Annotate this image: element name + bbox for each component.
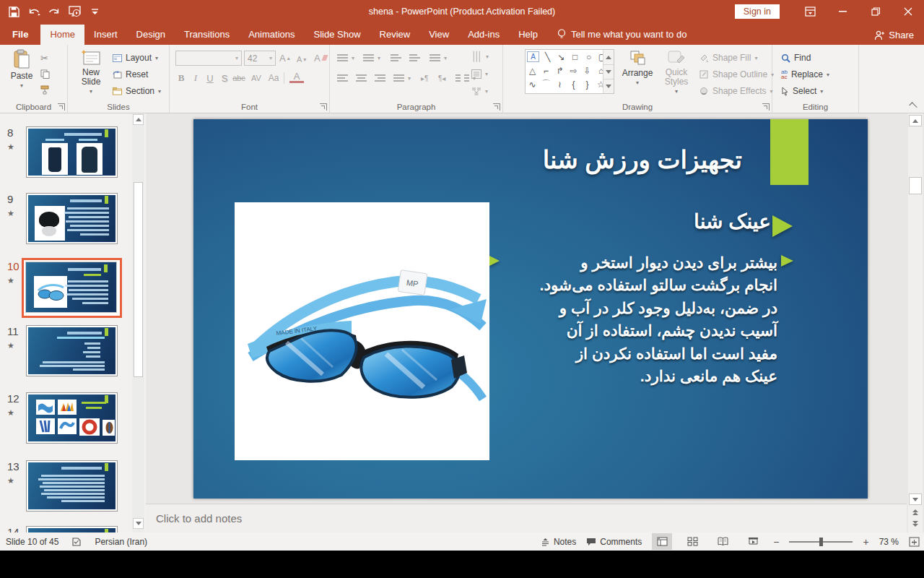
notes-toggle-button[interactable]: Notes bbox=[541, 537, 576, 547]
slide-thumbnail-9[interactable] bbox=[26, 193, 118, 244]
italic-button[interactable]: I bbox=[188, 71, 203, 85]
shape-outline-button[interactable]: Shape Outline▾ bbox=[699, 67, 774, 82]
shape-right-brace-icon[interactable]: } bbox=[580, 77, 594, 91]
restore-button[interactable] bbox=[859, 0, 892, 23]
text-shadow-button[interactable]: S bbox=[217, 71, 232, 85]
thumb-scroll-down-button[interactable] bbox=[133, 518, 144, 529]
scroll-down-button[interactable] bbox=[909, 493, 922, 505]
qat-customize-button[interactable] bbox=[88, 5, 101, 18]
tab-view[interactable]: View bbox=[419, 25, 458, 45]
scroll-up-button[interactable] bbox=[909, 115, 922, 126]
fit-slide-to-window-button[interactable] bbox=[909, 537, 920, 547]
change-case-button[interactable]: Aa bbox=[266, 71, 281, 85]
font-color-button[interactable]: A bbox=[289, 71, 304, 83]
shape-effects-button[interactable]: Shape Effects▾ bbox=[699, 84, 773, 98]
shape-left-brace-icon[interactable]: { bbox=[567, 77, 580, 91]
shapes-scroll-up-button[interactable] bbox=[603, 50, 614, 64]
slide-thumbnail-14[interactable] bbox=[26, 526, 118, 532]
slide-thumbnail-8[interactable] bbox=[26, 126, 118, 178]
line-spacing-button[interactable]: ▾ bbox=[430, 51, 447, 65]
tab-home[interactable]: Home bbox=[40, 25, 84, 45]
view-normal-button[interactable] bbox=[652, 533, 672, 550]
view-slide-sorter-button[interactable] bbox=[682, 533, 702, 550]
comments-toggle-button[interactable]: Comments bbox=[586, 537, 642, 547]
shape-elbow-connector-icon[interactable]: ⌐ bbox=[539, 64, 553, 77]
columns-button[interactable]: ▾ bbox=[456, 71, 476, 85]
bold-button[interactable]: B bbox=[174, 71, 188, 85]
copy-button[interactable] bbox=[40, 66, 50, 81]
font-name-combo[interactable]: ▾ bbox=[175, 51, 242, 66]
grow-font-button[interactable]: A▴ bbox=[279, 51, 290, 65]
slide-thumbnail-11[interactable] bbox=[26, 325, 118, 376]
layout-button[interactable]: Layout▾ bbox=[113, 51, 158, 65]
slide-thumbnail-10-selected[interactable] bbox=[22, 258, 122, 318]
zoom-slider[interactable] bbox=[789, 541, 853, 543]
notes-pane[interactable]: Click to add notes bbox=[146, 504, 907, 532]
slide-title[interactable]: تجهیزات ورزش شنا bbox=[543, 145, 742, 174]
increase-indent-button[interactable] bbox=[409, 51, 420, 65]
undo-button[interactable] bbox=[27, 5, 40, 18]
clipboard-dialog-launcher[interactable] bbox=[58, 103, 65, 111]
redo-button[interactable] bbox=[48, 5, 61, 18]
strikethrough-button[interactable]: abc bbox=[232, 71, 246, 85]
align-right-button[interactable] bbox=[375, 71, 385, 85]
slide-canvas[interactable]: تجهیزات ورزش شنا عینک شنا بیشتر برای دید… bbox=[193, 119, 868, 499]
share-button[interactable]: Share bbox=[874, 30, 914, 40]
tab-slideshow[interactable]: Slide Show bbox=[305, 25, 370, 45]
slide-thumbnail-13[interactable] bbox=[26, 460, 118, 512]
next-slide-button[interactable] bbox=[909, 518, 922, 530]
shape-fill-button[interactable]: Shape Fill▾ bbox=[699, 51, 757, 65]
text-direction-button[interactable]: ▾ bbox=[471, 49, 489, 64]
thumbnail-scrollbar[interactable] bbox=[132, 113, 144, 532]
tab-design[interactable]: Design bbox=[127, 25, 175, 45]
sign-in-button[interactable]: Sign in bbox=[735, 4, 780, 19]
shape-oval-icon[interactable]: ○ bbox=[582, 50, 596, 64]
convert-smartart-button[interactable]: ▾ bbox=[471, 84, 488, 98]
shape-triangle-icon[interactable]: △ bbox=[526, 64, 539, 77]
paragraph-dialog-launcher[interactable] bbox=[493, 103, 500, 111]
collapse-ribbon-button[interactable] bbox=[910, 104, 917, 108]
new-slide-button[interactable]: New Slide ▾ bbox=[75, 49, 107, 96]
view-reading-button[interactable] bbox=[712, 533, 733, 550]
reset-button[interactable]: Reset bbox=[113, 67, 148, 82]
numbering-button[interactable]: ▾ bbox=[363, 51, 380, 65]
replace-button[interactable]: abac Replace▾ bbox=[781, 67, 829, 82]
notes-placeholder[interactable]: Click to add notes bbox=[156, 512, 242, 525]
slide-body-text[interactable]: بیشتر برای دیدن دیوار استخر و انجام برگش… bbox=[539, 252, 777, 388]
tell-me-box[interactable]: Tell me what you want to do bbox=[557, 29, 687, 45]
tab-animations[interactable]: Animations bbox=[239, 25, 304, 45]
language-indicator[interactable]: Persian (Iran) bbox=[95, 537, 147, 547]
tab-help[interactable]: Help bbox=[509, 25, 547, 45]
align-center-button[interactable] bbox=[356, 71, 367, 85]
slide-heading[interactable]: عینک شنا bbox=[694, 210, 771, 233]
shape-down-arrow-icon[interactable]: ⇩ bbox=[580, 64, 594, 77]
slide-counter[interactable]: Slide 10 of 45 bbox=[6, 537, 58, 547]
ribbon-display-options-button[interactable] bbox=[794, 0, 827, 23]
tab-file[interactable]: File bbox=[0, 25, 40, 45]
shape-elbow-arrow-icon[interactable]: ↱ bbox=[553, 64, 567, 77]
format-painter-button[interactable] bbox=[40, 82, 50, 97]
goggles-image[interactable]: MADE IN ITALY MP bbox=[235, 202, 489, 460]
clear-formatting-button[interactable]: A bbox=[314, 51, 327, 65]
shape-textbox-icon[interactable]: A bbox=[527, 51, 539, 62]
shape-rectangle-icon[interactable]: □ bbox=[568, 50, 582, 64]
ltr-paragraph-button[interactable]: ▸¶ bbox=[421, 71, 428, 85]
bullets-button[interactable]: ▾ bbox=[337, 51, 354, 65]
rtl-paragraph-button[interactable]: ¶◂ bbox=[438, 71, 445, 85]
scrollbar-handle[interactable] bbox=[909, 177, 922, 194]
underline-button[interactable]: U bbox=[203, 71, 217, 85]
section-button[interactable]: Section▾ bbox=[113, 84, 161, 98]
tab-addins[interactable]: Add-ins bbox=[458, 25, 509, 45]
shape-freeform-icon[interactable]: ∿ bbox=[526, 77, 539, 91]
view-slideshow-button[interactable] bbox=[743, 533, 763, 550]
zoom-in-button[interactable]: + bbox=[863, 536, 868, 548]
tab-transitions[interactable]: Transitions bbox=[175, 25, 239, 45]
drawing-dialog-launcher[interactable] bbox=[762, 103, 770, 111]
zoom-slider-handle[interactable] bbox=[819, 538, 823, 546]
slide-thumbnail-12[interactable] bbox=[26, 392, 118, 444]
shape-arrow-icon[interactable]: ↘ bbox=[554, 50, 568, 64]
previous-slide-button[interactable] bbox=[909, 506, 922, 518]
close-button[interactable] bbox=[892, 0, 924, 23]
tab-insert[interactable]: Insert bbox=[84, 25, 127, 45]
font-size-combo[interactable]: 42▾ bbox=[244, 51, 276, 66]
